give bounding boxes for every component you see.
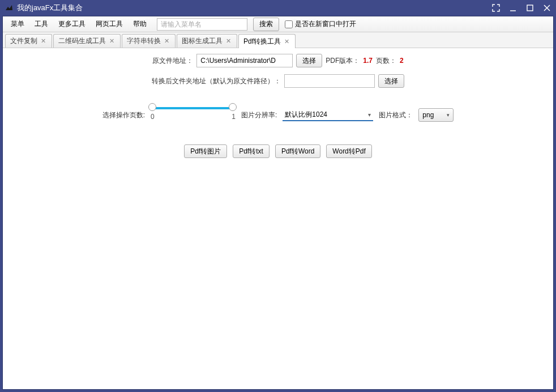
resolution-label: 图片分辨率: [241,110,277,120]
pdf-version-value: 1.7 [363,57,373,65]
open-new-window-input[interactable] [285,20,293,28]
source-choose-button[interactable]: 选择 [296,54,322,67]
dest-path-input[interactable] [284,74,375,88]
chevron-down-icon: ▾ [368,112,371,118]
format-select[interactable]: png ▾ [418,108,454,122]
menu-main[interactable]: 菜单 [6,17,29,31]
tab-close-icon[interactable]: ✕ [163,37,170,45]
format-label: 图片格式： [379,110,413,120]
actions-row: Pdf转图片 Pdf转txt Pdf转Word Word转Pdf [14,144,542,158]
slider-thumb-high[interactable] [229,103,237,111]
titlebar: 我的javaFx工具集合 [0,0,556,16]
tab-qrcode[interactable]: 二维码生成工具✕ [53,34,121,48]
page-select-label: 选择操作页数: [102,110,145,120]
slider-min-label: 0 [151,113,155,121]
client-area: 菜单 工具 更多工具 网页工具 帮助 搜索 是否在新窗口中打开 文件复制✕ 二维… [2,16,554,390]
menu-search-input[interactable] [157,18,247,31]
maximize-icon[interactable] [525,3,534,12]
expand-icon[interactable] [491,3,501,12]
tab-close-icon[interactable]: ✕ [225,37,232,45]
source-label: 原文件地址： [152,56,193,66]
menubar: 菜单 工具 更多工具 网页工具 帮助 搜索 是否在新窗口中打开 [3,16,553,32]
chevron-down-icon: ▾ [447,112,450,118]
tab-close-icon[interactable]: ✕ [108,37,116,45]
app-icon [5,3,14,12]
tab-pdf-convert[interactable]: Pdf转换工具✕ [238,34,296,48]
format-value: png [422,111,434,119]
svg-rect-1 [527,5,533,11]
tab-label: 字符串转换 [127,36,161,46]
window-title: 我的javaFx工具集合 [17,3,491,13]
pages-value: 2 [400,57,404,65]
tab-label: 二维码生成工具 [58,36,106,46]
open-new-window-label: 是否在新窗口中打开 [295,19,356,29]
resolution-select[interactable]: 默认比例1024 ▾ [283,109,373,121]
dest-row: 转换后文件夹地址（默认为原文件路径）： 选择 [14,74,542,88]
pdf-to-word-button[interactable]: Pdf转Word [275,144,320,158]
pages-label: 页数： [376,56,396,66]
dest-label: 转换后文件夹地址（默认为原文件路径）： [152,76,281,86]
pdf-to-image-button[interactable]: Pdf转图片 [184,144,227,158]
pdf-to-txt-button[interactable]: Pdf转txt [233,144,270,158]
resolution-value: 默认比例1024 [285,110,327,120]
menu-search-button[interactable]: 搜索 [253,18,279,31]
tab-icon-gen[interactable]: 图标生成工具✕ [177,34,237,48]
menu-more-tools[interactable]: 更多工具 [54,17,90,31]
open-new-window-checkbox[interactable]: 是否在新窗口中打开 [285,19,356,29]
tab-close-icon[interactable]: ✕ [40,37,47,45]
tab-label: 文件复制 [10,36,37,46]
page-range-slider[interactable]: 0 1 [151,109,236,121]
tab-close-icon[interactable]: ✕ [283,38,290,45]
tab-label: 图标生成工具 [182,36,223,46]
dest-choose-button[interactable]: 选择 [378,74,404,88]
minimize-icon[interactable] [508,3,517,12]
close-icon[interactable] [542,3,551,12]
menu-tools[interactable]: 工具 [30,17,53,31]
tab-string-convert[interactable]: 字符串转换✕ [122,34,176,48]
menu-web-tools[interactable]: 网页工具 [91,17,127,31]
tab-content: 原文件地址： 选择 PDF版本： 1.7 页数： 2 转换后文件夹地址（默认为原… [3,48,553,164]
menu-help[interactable]: 帮助 [129,17,151,31]
slider-track [151,107,236,109]
tabstrip: 文件复制✕ 二维码生成工具✕ 字符串转换✕ 图标生成工具✕ Pdf转换工具✕ [3,32,553,48]
tab-label: Pdf转换工具 [243,37,281,46]
slider-max-label: 1 [232,113,236,121]
source-row: 原文件地址： 选择 PDF版本： 1.7 页数： 2 [14,54,542,67]
pdf-version-label: PDF版本： [326,56,360,66]
source-path-input[interactable] [196,54,293,67]
tab-file-copy[interactable]: 文件复制✕ [5,34,52,48]
word-to-pdf-button[interactable]: Word转Pdf [326,144,371,158]
slider-thumb-low[interactable] [148,103,156,111]
options-row: 选择操作页数: 0 1 图片分辨率: 默认比例1024 ▾ 图片格式： png … [14,108,542,122]
